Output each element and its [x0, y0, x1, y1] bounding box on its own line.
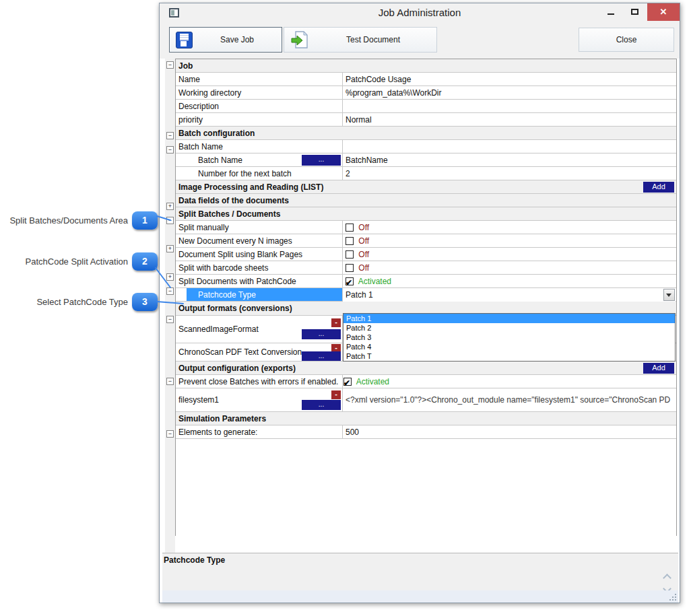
section-split-batches-title: Split Batches / Documents [176, 207, 676, 220]
expand-icon-new-document[interactable] [166, 245, 174, 252]
blank-pages-checkbox[interactable] [346, 250, 354, 259]
row-barcode-sheets-split[interactable]: Split with barcode sheets Off [176, 261, 676, 275]
row-blank-pages-split[interactable]: Document Split using Blank Pages Off [176, 248, 676, 261]
dropdown-option-patch-4[interactable]: Patch 4 [343, 342, 675, 351]
collapse-icon-output-formats[interactable] [166, 316, 174, 323]
filesystem1-value[interactable]: <?xml version="1.0"?><Chrono_out_module … [343, 388, 676, 411]
row-description[interactable]: Description [176, 100, 676, 113]
row-working-directory[interactable]: Working directory %program_data%\WorkDir [176, 86, 676, 100]
minimize-icon [608, 13, 614, 15]
section-job[interactable]: Job [176, 59, 676, 73]
collapse-icon-output-configuration[interactable] [166, 378, 174, 385]
patchcode-split-checkbox[interactable] [346, 277, 354, 285]
dropdown-option-patch-3[interactable]: Patch 3 [343, 333, 675, 342]
working-directory-value[interactable]: %program_data%\WorkDir [343, 86, 676, 99]
split-manually-label: Split manually [176, 221, 343, 234]
barcode-sheets-state: Off [358, 263, 369, 273]
row-new-document-every-n[interactable]: New Document every N images Off [176, 234, 676, 248]
blank-pages-label: Document Split using Blank Pages [176, 248, 343, 261]
collapse-icon-patchcode-split[interactable] [166, 287, 174, 295]
collapse-icon-batch-name[interactable] [166, 146, 174, 153]
filesystem1-cell: filesystem1 - ... [176, 388, 343, 411]
row-patchcode-type-selected[interactable]: Patchcode Type Patch 1 [176, 288, 676, 302]
collapse-icon-split-batches[interactable] [166, 217, 174, 224]
row-batch-name-group[interactable]: Batch Name [176, 140, 676, 153]
close-window-button[interactable]: ✕ [647, 3, 680, 21]
save-job-button[interactable]: Save Job [169, 27, 282, 53]
split-manually-checkbox[interactable] [346, 224, 354, 232]
property-grid: Job Name PatchCode Usage Working directo… [165, 59, 677, 553]
row-batch-name[interactable]: Batch Name ... BatchName [176, 153, 676, 167]
section-output-configuration[interactable]: Output configuration (exports) Add [176, 362, 676, 375]
description-value[interactable] [343, 100, 676, 112]
section-image-processing[interactable]: Image Processing and Reading (LIST) Add [176, 180, 676, 194]
job-administration-window: Job Administration ✕ Save Job Test Docum… [159, 3, 680, 603]
row-name[interactable]: Name PatchCode Usage [176, 73, 676, 86]
expand-icon-barcode-sheets[interactable] [166, 273, 174, 281]
patchcode-type-indent [176, 288, 187, 301]
resize-grip[interactable] [669, 593, 676, 601]
barcode-sheets-value: Off [343, 261, 676, 274]
combobox-dropdown-arrow-icon[interactable] [663, 289, 675, 301]
batch-name-cell: Batch Name ... [176, 153, 343, 166]
row-patchcode-split[interactable]: Split Documents with PatchCode Activated [176, 275, 676, 288]
property-description-panel: Patchcode Type [162, 553, 678, 603]
batch-name-value[interactable]: BatchName [343, 153, 676, 166]
close-button[interactable]: Close [579, 28, 674, 52]
new-document-value: Off [343, 234, 676, 247]
row-filesystem1[interactable]: filesystem1 - ... <?xml version="1.0"?><… [176, 388, 676, 412]
section-data-fields[interactable]: Data fields of the documents [176, 194, 676, 207]
section-output-configuration-cell: Output configuration (exports) [176, 362, 676, 374]
collapse-icon-job[interactable] [166, 61, 174, 69]
elements-to-generate-value[interactable]: 500 [343, 425, 676, 438]
close-button-label: Close [616, 35, 637, 44]
new-document-state: Off [358, 236, 369, 246]
section-simulation-parameters[interactable]: Simulation Parameters [176, 412, 676, 425]
scroll-up-icon[interactable] [663, 574, 671, 582]
maximize-button[interactable] [624, 3, 645, 21]
minimize-button[interactable] [601, 3, 620, 21]
priority-value[interactable]: Normal [343, 113, 676, 126]
patchcode-type-value: Patch 1 [343, 288, 676, 302]
chronoscan-pdf-edit-button[interactable]: ... [302, 351, 341, 361]
row-elements-to-generate[interactable]: Elements to generate: 500 [176, 425, 676, 439]
section-split-batches[interactable]: Split Batches / Documents [176, 207, 676, 221]
dropdown-option-patch-2[interactable]: Patch 2 [343, 323, 675, 333]
patchcode-split-label: Split Documents with PatchCode [176, 275, 343, 287]
next-batch-value[interactable]: 2 [343, 167, 676, 180]
scanned-image-format-remove-button[interactable]: - [331, 318, 341, 327]
batch-name-browse-button[interactable]: ... [302, 155, 341, 166]
patchcode-type-combobox[interactable]: Patch 1 [343, 288, 676, 302]
row-next-batch-number[interactable]: Number for the next batch 2 [176, 167, 676, 180]
filesystem1-remove-button[interactable]: - [331, 390, 341, 399]
scanned-image-format-edit-button[interactable]: ... [302, 329, 341, 339]
row-priority[interactable]: priority Normal [176, 113, 676, 127]
titlebar[interactable]: Job Administration ✕ [160, 3, 680, 22]
blank-pages-state: Off [358, 250, 369, 259]
filesystem1-edit-button[interactable]: ... [302, 400, 341, 410]
section-batch-configuration-title: Batch configuration [176, 127, 676, 139]
test-document-button[interactable]: Test Document [284, 27, 437, 53]
patchcode-type-cell[interactable]: Patchcode Type [176, 288, 343, 301]
collapse-icon-batch-configuration[interactable] [166, 132, 174, 139]
row-split-manually[interactable]: Split manually Off [176, 221, 676, 234]
dropdown-option-patch-1[interactable]: Patch 1 [343, 314, 675, 323]
output-configuration-add-button[interactable]: Add [643, 363, 674, 374]
blank-pages-value: Off [343, 248, 676, 261]
callout-badge-2: 2 [132, 252, 158, 271]
row-prevent-close-batches[interactable]: Prevent close Batches with errors if ena… [176, 375, 676, 388]
patchcode-type-dropdown-list: Patch 1 Patch 2 Patch 3 Patch 4 Patch T [343, 313, 676, 362]
callout-label-1: Split Batches/Documents Area [9, 215, 128, 226]
collapse-icon-simulation[interactable] [166, 430, 174, 438]
prevent-close-checkbox[interactable] [343, 378, 352, 386]
filesystem1-label: filesystem1 [178, 395, 219, 405]
barcode-sheets-checkbox[interactable] [346, 264, 354, 272]
name-value[interactable]: PatchCode Usage [343, 73, 676, 85]
new-document-checkbox[interactable] [346, 237, 354, 245]
section-data-fields-title: Data fields of the documents [176, 194, 676, 207]
image-processing-add-button[interactable]: Add [643, 182, 674, 193]
dropdown-option-patch-t[interactable]: Patch T [343, 351, 675, 361]
elements-to-generate-label: Elements to generate: [176, 425, 343, 438]
expand-icon-data-fields[interactable] [166, 203, 174, 210]
section-batch-configuration[interactable]: Batch configuration [176, 127, 676, 140]
